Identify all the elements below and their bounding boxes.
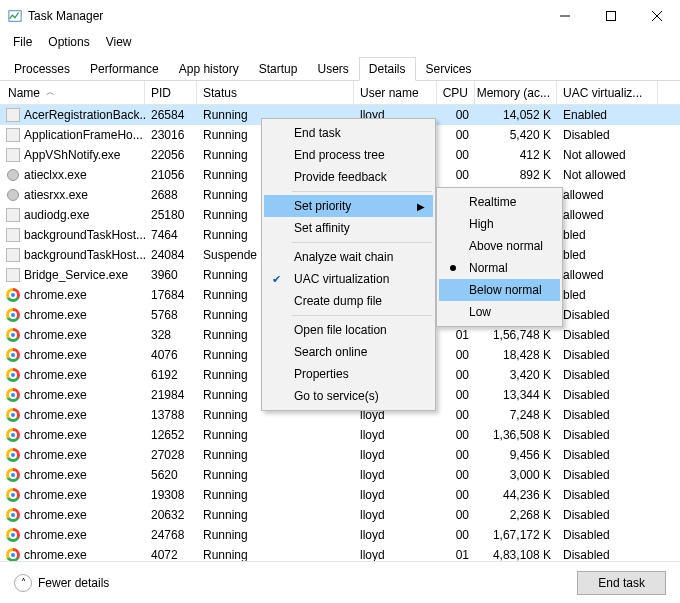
tab-users[interactable]: Users bbox=[307, 57, 358, 81]
priority-low[interactable]: Low bbox=[439, 301, 560, 323]
process-name: AppVShNotify.exe bbox=[24, 148, 121, 162]
process-memory: 1,36,508 K bbox=[475, 428, 557, 442]
process-uac: Disabled bbox=[557, 468, 658, 482]
close-button[interactable] bbox=[634, 0, 680, 31]
priority-below-normal[interactable]: Below normal bbox=[439, 279, 560, 301]
fewer-details-button[interactable]: ˄ Fewer details bbox=[14, 574, 109, 592]
process-cpu: 00 bbox=[437, 508, 475, 522]
menu-file[interactable]: File bbox=[6, 33, 39, 51]
process-uac: Disabled bbox=[557, 308, 658, 322]
process-memory: 7,248 K bbox=[475, 408, 557, 422]
process-row[interactable]: chrome.exe24768Runninglloyd001,67,172 KD… bbox=[0, 525, 680, 545]
process-icon bbox=[6, 208, 20, 222]
process-pid: 4072 bbox=[145, 548, 197, 562]
process-name: Bridge_Service.exe bbox=[24, 268, 128, 282]
process-memory: 18,428 K bbox=[475, 348, 557, 362]
ctx-set-priority[interactable]: Set priority▶ bbox=[264, 195, 433, 217]
col-name[interactable]: Name︿ bbox=[0, 81, 145, 104]
priority-realtime[interactable]: Realtime bbox=[439, 191, 560, 213]
col-uac[interactable]: UAC virtualiz... bbox=[557, 81, 658, 104]
menu-view[interactable]: View bbox=[99, 33, 139, 51]
process-icon bbox=[6, 528, 20, 542]
checkmark-icon: ✔ bbox=[272, 273, 281, 286]
tab-processes[interactable]: Processes bbox=[4, 57, 80, 81]
process-name: atiesrxx.exe bbox=[24, 188, 88, 202]
ctx-end-process-tree[interactable]: End process tree bbox=[264, 144, 433, 166]
svg-rect-0 bbox=[9, 10, 21, 21]
process-memory: 4,83,108 K bbox=[475, 548, 557, 562]
process-pid: 7464 bbox=[145, 228, 197, 242]
sort-ascending-icon: ︿ bbox=[46, 86, 55, 99]
process-icon bbox=[6, 468, 20, 482]
process-name: chrome.exe bbox=[24, 288, 87, 302]
chevron-up-icon: ˄ bbox=[14, 574, 32, 592]
priority-high[interactable]: High bbox=[439, 213, 560, 235]
ctx-uac-virtualization[interactable]: ✔UAC virtualization bbox=[264, 268, 433, 290]
process-row[interactable]: chrome.exe5620Runninglloyd003,000 KDisab… bbox=[0, 465, 680, 485]
process-icon bbox=[6, 268, 20, 282]
process-uac: Disabled bbox=[557, 528, 658, 542]
tab-services[interactable]: Services bbox=[416, 57, 482, 81]
process-pid: 26584 bbox=[145, 108, 197, 122]
ctx-provide-feedback[interactable]: Provide feedback bbox=[264, 166, 433, 188]
tab-performance[interactable]: Performance bbox=[80, 57, 169, 81]
ctx-search-online[interactable]: Search online bbox=[264, 341, 433, 363]
process-row[interactable]: chrome.exe19308Runninglloyd0044,236 KDis… bbox=[0, 485, 680, 505]
process-pid: 20632 bbox=[145, 508, 197, 522]
separator bbox=[292, 242, 432, 243]
process-uac: bled bbox=[557, 248, 658, 262]
ctx-go-to-services[interactable]: Go to service(s) bbox=[264, 385, 433, 407]
ctx-end-task[interactable]: End task bbox=[264, 122, 433, 144]
process-memory: 9,456 K bbox=[475, 448, 557, 462]
process-pid: 25180 bbox=[145, 208, 197, 222]
menu-options[interactable]: Options bbox=[41, 33, 96, 51]
process-row[interactable]: chrome.exe4072Runninglloyd014,83,108 KDi… bbox=[0, 545, 680, 562]
process-icon bbox=[6, 428, 20, 442]
ctx-analyze-wait-chain[interactable]: Analyze wait chain bbox=[264, 246, 433, 268]
ctx-open-file-location[interactable]: Open file location bbox=[264, 319, 433, 341]
col-pid[interactable]: PID bbox=[145, 81, 197, 104]
window-title: Task Manager bbox=[28, 9, 103, 23]
minimize-button[interactable] bbox=[542, 0, 588, 31]
process-uac: Not allowed bbox=[557, 148, 658, 162]
process-pid: 6192 bbox=[145, 368, 197, 382]
process-memory: 44,236 K bbox=[475, 488, 557, 502]
process-name: chrome.exe bbox=[24, 328, 87, 342]
process-row[interactable]: chrome.exe12652Runninglloyd001,36,508 KD… bbox=[0, 425, 680, 445]
process-name: chrome.exe bbox=[24, 388, 87, 402]
col-username[interactable]: User name bbox=[354, 81, 437, 104]
process-cpu: 00 bbox=[437, 368, 475, 382]
tab-startup[interactable]: Startup bbox=[249, 57, 308, 81]
process-pid: 13788 bbox=[145, 408, 197, 422]
process-icon bbox=[6, 108, 20, 122]
process-cpu: 01 bbox=[437, 548, 475, 562]
col-status[interactable]: Status bbox=[197, 81, 354, 104]
process-row[interactable]: chrome.exe27028Runninglloyd009,456 KDisa… bbox=[0, 445, 680, 465]
process-memory: 2,268 K bbox=[475, 508, 557, 522]
process-pid: 3960 bbox=[145, 268, 197, 282]
process-pid: 12652 bbox=[145, 428, 197, 442]
ctx-set-affinity[interactable]: Set affinity bbox=[264, 217, 433, 239]
maximize-button[interactable] bbox=[588, 0, 634, 31]
process-cpu: 00 bbox=[437, 348, 475, 362]
ctx-create-dump-file[interactable]: Create dump file bbox=[264, 290, 433, 312]
ctx-properties[interactable]: Properties bbox=[264, 363, 433, 385]
process-icon bbox=[6, 508, 20, 522]
process-pid: 4076 bbox=[145, 348, 197, 362]
process-row[interactable]: chrome.exe20632Runninglloyd002,268 KDisa… bbox=[0, 505, 680, 525]
process-memory: 412 K bbox=[475, 148, 557, 162]
process-name: AcerRegistrationBack... bbox=[24, 108, 145, 122]
process-uac: allowed bbox=[557, 268, 658, 282]
priority-normal[interactable]: Normal bbox=[439, 257, 560, 279]
process-name: chrome.exe bbox=[24, 428, 87, 442]
process-user: lloyd bbox=[354, 548, 437, 562]
process-cpu: 00 bbox=[437, 108, 475, 122]
tab-details[interactable]: Details bbox=[359, 57, 416, 81]
col-memory[interactable]: Memory (ac... bbox=[475, 81, 557, 104]
tab-app-history[interactable]: App history bbox=[169, 57, 249, 81]
end-task-button[interactable]: End task bbox=[577, 571, 666, 595]
col-cpu[interactable]: CPU bbox=[437, 81, 475, 104]
process-status: Running bbox=[197, 548, 354, 562]
priority-above-normal[interactable]: Above normal bbox=[439, 235, 560, 257]
process-cpu: 01 bbox=[437, 328, 475, 342]
